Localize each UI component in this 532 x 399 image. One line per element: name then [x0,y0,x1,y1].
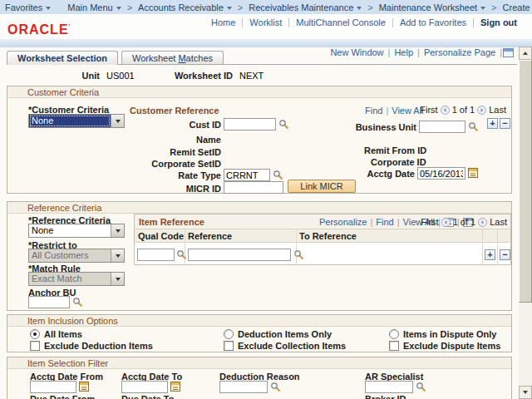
corporate-id-label: Corporate ID [371,157,426,167]
dropdown-caret-icon [116,7,121,10]
view-all-link[interactable]: View All [392,106,423,116]
acctg-date-to-calendar-icon[interactable] [170,381,180,392]
deduction-reason-lookup-icon[interactable] [270,382,281,392]
help-link[interactable]: Help [391,47,416,57]
business-unit-lookup-icon[interactable] [468,121,479,132]
header: Home Worklist MultiChannel Console Add t… [0,14,532,39]
rate-type-label: Rate Type [155,170,221,180]
column-header-to-reference: To Reference [299,231,357,241]
match-rule-dropdown: Exact Match [28,272,125,286]
scrollbar-down-button[interactable] [519,386,532,399]
favorites-label: Favorites [5,2,42,12]
nav-link-home[interactable]: Home [204,17,242,27]
tab-worksheet-matches[interactable]: Worksheet Matches [121,51,224,64]
items-in-dispute-only-radio[interactable] [389,329,399,339]
unit-label: Unit [42,71,100,81]
grid-divider [482,229,483,265]
previous-row-icon[interactable] [441,218,451,227]
breadcrumb: Favorites Main Menu > Accounts Receivabl… [0,0,532,15]
rate-type-lookup-icon[interactable] [273,170,283,180]
oracle-logo: ORACLE' [7,22,71,37]
breadcrumb-item-maintenance-worksheet[interactable]: Maintenance Worksheet [374,2,490,12]
exclude-deduction-items-checkbox[interactable] [30,341,40,351]
reference-criteria-groupbox: Reference Criteria *Reference Criteria N… [7,201,512,311]
scrollbar-up-button[interactable] [519,47,532,60]
exclude-collection-items-checkbox[interactable] [224,341,234,351]
tab-worksheet-selection[interactable]: Worksheet Selection [7,51,118,65]
reference-criteria-dropdown[interactable]: None [28,224,125,238]
acctg-date-from-calendar-icon[interactable] [79,381,89,392]
deduction-reason-input[interactable] [219,381,268,393]
reference-input[interactable] [188,249,291,261]
breadcrumb-item-create-worksheet[interactable]: Create Worksheet [498,2,532,12]
breadcrumb-item-main-menu[interactable]: Main Menu [62,2,126,12]
personalize-page-link[interactable]: Personalize Page [421,47,499,57]
qual-code-lookup-icon[interactable] [176,249,187,260]
qual-code-input[interactable] [137,249,175,261]
acctg-date-from-input[interactable] [30,381,76,393]
dropdown-caret-icon [46,7,51,10]
add-row-button[interactable]: + [487,118,498,129]
link-micr-button[interactable]: Link MICR [288,180,356,193]
dropdown-arrow-icon [111,224,124,237]
customer-reference-pager: First 1 of 1 Last [420,105,506,115]
customer-criteria-groupbox: Customer Criteria *Customer Criteria Non… [7,86,512,194]
nav-link-multichannel-console[interactable]: MultiChannel Console [289,17,392,27]
grid-divider [497,229,498,265]
utility-links: New Window | Help | Personalize Page | [327,47,514,57]
add-row-button[interactable]: + [485,249,495,260]
scrollbar-thumb[interactable] [519,60,532,303]
breadcrumb-item-receivables-maintenance[interactable]: Receivables Maintenance [244,2,367,12]
unit-value: US001 [106,71,135,81]
anchor-bu-lookup-icon[interactable] [72,297,83,308]
personalize-window-icon[interactable] [503,48,514,57]
cust-id-lookup-icon[interactable] [278,119,289,130]
cust-id-input[interactable] [224,118,276,131]
dropdown-arrow-icon [111,115,124,127]
ar-specialist-lookup-icon[interactable] [416,382,426,392]
item-selection-filter-title: Item Selection Filter [7,357,511,369]
new-window-link[interactable]: New Window [327,47,387,57]
delete-row-button[interactable]: − [500,118,510,129]
business-unit-label: Business Unit [350,122,416,132]
acctg-date-input[interactable] [417,167,466,180]
acctg-date-calendar-icon[interactable] [468,167,478,178]
customer-criteria-dropdown[interactable]: None [28,114,125,128]
breadcrumb-separator: > [237,2,244,12]
ar-specialist-input[interactable] [365,381,413,393]
reference-lookup-icon[interactable] [293,249,304,260]
nav-link-add-to-favorites[interactable]: Add to Favorites [393,17,473,27]
breadcrumb-separator: > [490,2,497,12]
personalize-link[interactable]: Personalize [319,217,367,227]
anchor-bu-input[interactable] [28,296,70,308]
delete-row-button[interactable]: − [500,249,510,260]
item-reference-grid: Item Reference Personalize | Find | View… [134,214,511,265]
rate-type-input[interactable] [224,169,270,181]
nav-link-worklist[interactable]: Worklist [243,17,288,27]
column-header-qual-code: Qual Code [138,231,184,241]
acctg-date-to-input[interactable] [121,381,168,393]
exclude-dispute-items-checkbox[interactable] [389,341,399,351]
sign-out-link[interactable]: Sign out [474,17,520,27]
breadcrumb-separator: > [126,2,133,12]
business-unit-input[interactable] [419,121,466,133]
next-row-icon[interactable] [478,218,487,227]
deduction-items-only-label: Deduction Items Only [238,329,332,339]
dropdown-caret-icon [227,7,232,10]
pager-last-label: Last [489,105,506,115]
find-link[interactable]: Find [365,106,382,116]
deduction-items-only-radio[interactable] [224,329,234,339]
checkbox-group-exclude-deduction: Exclude Deduction Items [30,341,153,351]
find-link[interactable]: Find [376,217,393,227]
previous-row-icon[interactable] [441,106,450,115]
all-items-radio[interactable] [30,329,40,339]
breadcrumb-item-accounts-receivable[interactable]: Accounts Receivable [133,2,237,12]
micr-id-label: MICR ID [155,184,221,194]
favorites-menu[interactable]: Favorites [0,2,56,12]
micr-id-input[interactable] [224,181,283,194]
next-row-icon[interactable] [477,106,486,115]
dropdown-caret-icon [480,7,485,10]
customer-reference-title: Customer Reference [130,106,219,116]
item-reference-pager: First 1 of 1 Last [421,217,507,227]
pager-count: 1 of 1 [452,105,475,115]
